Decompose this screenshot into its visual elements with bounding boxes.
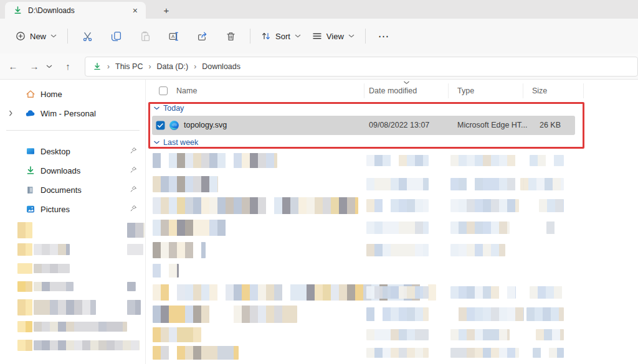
- group-header-last-week[interactable]: Last week: [163, 138, 198, 147]
- redacted-block: [536, 329, 564, 340]
- redacted-block: [539, 199, 564, 212]
- sidebar-item-label: Wim - Personal: [40, 109, 143, 118]
- group-header-today[interactable]: Today: [163, 104, 184, 113]
- redacted-block: [530, 286, 564, 299]
- redacted-block: [450, 199, 519, 212]
- toolbar-separator: [67, 29, 68, 44]
- view-icon: [312, 31, 322, 41]
- rename-button[interactable]: A: [161, 26, 185, 47]
- redacted-block: [153, 176, 218, 192]
- cut-icon: [82, 31, 93, 42]
- delete-button[interactable]: [219, 26, 242, 47]
- address-bar[interactable]: › This PC › Data (D:) › Downloads: [85, 57, 638, 77]
- plus-circle-icon: [16, 31, 26, 41]
- paste-button[interactable]: [133, 26, 156, 47]
- close-icon[interactable]: ×: [131, 6, 140, 15]
- toolbar-separator: [250, 29, 250, 44]
- redacted-block: [366, 329, 429, 340]
- breadcrumb-data-d[interactable]: Data (D:): [156, 62, 188, 71]
- sort-button-label: Sort: [275, 32, 290, 41]
- more-options-button[interactable]: ⋯: [371, 30, 397, 43]
- recent-locations-chevron-icon[interactable]: [44, 58, 55, 75]
- breadcrumb-separator: ›: [148, 62, 151, 71]
- copy-button[interactable]: [104, 26, 128, 47]
- downloads-icon: [25, 166, 36, 175]
- sidebar-item-onedrive[interactable]: Wim - Personal: [0, 104, 143, 123]
- onedrive-cloud-icon: [25, 108, 36, 119]
- column-header-size[interactable]: Size: [532, 86, 547, 95]
- new-tab-button[interactable]: +: [159, 3, 174, 17]
- file-explorer-window: D:\Downloads × + New: [0, 0, 638, 364]
- group-collapse-chevron-icon[interactable]: [153, 141, 160, 144]
- redacted-block: [153, 242, 206, 258]
- sidebar-item-downloads[interactable]: Downloads: [0, 161, 143, 180]
- new-button[interactable]: New: [10, 27, 62, 45]
- view-button-label: View: [326, 32, 344, 41]
- pin-icon: [130, 205, 137, 212]
- redacted-block: [450, 244, 505, 256]
- sort-icon: [261, 31, 271, 41]
- share-button[interactable]: [190, 26, 214, 47]
- sidebar-item-pictures[interactable]: Pictures: [0, 200, 143, 218]
- pin-icon: [130, 147, 137, 154]
- sort-direction-chevron-icon: [403, 81, 410, 85]
- up-icon[interactable]: ↑: [60, 58, 76, 75]
- expand-chevron-icon[interactable]: [9, 110, 13, 116]
- sort-button[interactable]: Sort: [255, 27, 307, 45]
- tab-downloads[interactable]: D:\Downloads ×: [5, 2, 146, 19]
- redacted-block: [153, 153, 277, 168]
- sidebar-item-label: Downloads: [40, 166, 143, 175]
- row-checkbox-checked[interactable]: [156, 121, 165, 130]
- redacted-block: [450, 348, 519, 358]
- breadcrumb-downloads[interactable]: Downloads: [202, 62, 240, 71]
- sidebar-item-home[interactable]: Home: [0, 85, 143, 103]
- pane-separator: [145, 80, 146, 364]
- back-icon[interactable]: ←: [5, 58, 21, 75]
- redacted-block: [153, 346, 239, 360]
- download-icon: [93, 62, 102, 71]
- sidebar-item-desktop[interactable]: Desktop: [0, 142, 143, 161]
- column-header-date-modified[interactable]: Date modified: [369, 86, 417, 95]
- redacted-block: [366, 307, 429, 321]
- select-all-checkbox[interactable]: [159, 86, 168, 95]
- forward-icon[interactable]: →: [26, 58, 42, 75]
- pictures-icon: [25, 204, 36, 214]
- redacted-block: [520, 178, 564, 190]
- redacted-block: [153, 220, 226, 236]
- chevron-down-icon: [50, 34, 57, 38]
- svg-text:A: A: [171, 34, 174, 39]
- breadcrumb-separator: ›: [107, 62, 110, 71]
- redacted-block: [450, 222, 510, 234]
- breadcrumb-this-pc[interactable]: This PC: [115, 62, 143, 71]
- redacted-block: [533, 348, 564, 358]
- view-button[interactable]: View: [307, 27, 360, 45]
- file-size: 26 KB: [516, 121, 561, 129]
- column-header-name[interactable]: Name: [176, 86, 197, 95]
- redacted-block: [366, 348, 429, 358]
- breadcrumb-separator: ›: [194, 62, 196, 71]
- column-header-type[interactable]: Type: [457, 86, 474, 95]
- sidebar-item-label: Documents: [40, 185, 143, 195]
- group-collapse-chevron-icon[interactable]: [153, 106, 160, 110]
- column-divider: [523, 83, 523, 98]
- column-divider: [364, 83, 364, 98]
- sidebar-item-label: Desktop: [40, 147, 143, 156]
- toolbar-separator: [365, 29, 366, 44]
- sidebar-item-label: Pictures: [40, 205, 143, 214]
- redacted-block: [153, 264, 179, 278]
- redacted-block: [450, 178, 524, 190]
- redacted-block: [153, 197, 358, 214]
- file-date-modified: 09/08/2022 13:07: [369, 121, 429, 129]
- documents-icon: [25, 185, 36, 195]
- pin-icon: [130, 166, 137, 174]
- cut-button[interactable]: [75, 26, 99, 47]
- sidebar-item-documents[interactable]: Documents: [0, 180, 143, 199]
- desktop-icon: [25, 146, 36, 156]
- redacted-block: [153, 284, 436, 301]
- redacted-block: [450, 286, 516, 299]
- file-name[interactable]: topology.svg: [184, 121, 227, 129]
- download-icon: [13, 6, 22, 15]
- command-toolbar: New: [0, 19, 638, 54]
- redacted-block: [450, 155, 522, 166]
- redacted-block: [366, 286, 429, 299]
